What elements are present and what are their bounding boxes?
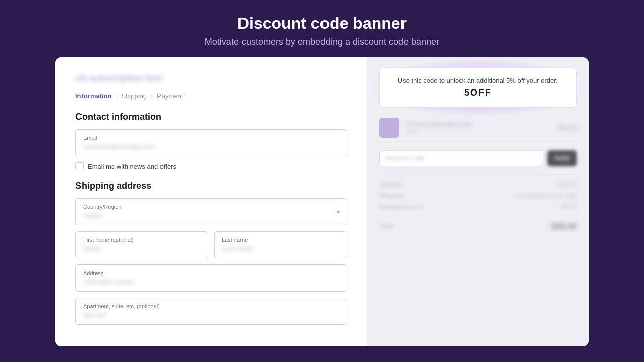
country-select-arrow: ▾ <box>337 208 340 215</box>
breadcrumb-payment[interactable]: Payment <box>157 92 183 100</box>
breadcrumb-chevron-1: › <box>116 93 118 100</box>
address-field-group: Address 1234 Main Street <box>75 264 347 292</box>
breadcrumb-information[interactable]: Information <box>75 92 112 100</box>
checkout-form-panel: cb-subscription-test Information › Shipp… <box>55 57 367 346</box>
breadcrumb-chevron-2: › <box>151 93 153 100</box>
order-item-name: Product subscription test <box>406 121 558 128</box>
apt-label: Apartment, suite, etc. (optional) <box>83 303 340 309</box>
subtotal-label: Subtotal <box>379 181 401 188</box>
country-select[interactable]: Country/Region United ▾ <box>75 198 347 225</box>
breadcrumb-shipping[interactable]: Shipping <box>122 92 147 100</box>
name-row: First name (optional) Name Last name Las… <box>75 231 347 258</box>
coupon-row: Discount code Apply <box>379 150 577 166</box>
apt-value: Apt 100 <box>83 311 106 319</box>
last-name-label: Last name <box>222 237 340 243</box>
tax-label: Estimated tax ⓘ <box>379 203 424 212</box>
tax-value: $0.00 <box>561 203 577 212</box>
discount-banner: Use this code to unlock an additional 5%… <box>379 67 577 108</box>
page-title: Discount code banner <box>205 14 439 33</box>
store-name: cb-subscription-test <box>75 73 347 84</box>
order-item-sub: Item <box>406 129 558 135</box>
country-label: Country/Region <box>83 204 337 210</box>
apt-field[interactable]: Apartment, suite, etc. (optional) Apt 10… <box>75 298 347 325</box>
email-label: Email <box>83 135 340 141</box>
discount-banner-text: Use this code to unlock an additional 5%… <box>390 77 566 84</box>
apt-field-group: Apartment, suite, etc. (optional) Apt 10… <box>75 298 347 325</box>
order-summary: Product subscription test Item $00.00 Di… <box>379 118 577 231</box>
email-field-group: Email customer@example.com <box>75 129 347 156</box>
shipping-value: Calculated at next step <box>515 192 577 199</box>
subtotal-line: Subtotal $00.00 <box>379 181 577 188</box>
coupon-apply-button[interactable]: Apply <box>547 150 577 166</box>
address-field[interactable]: Address 1234 Main Street <box>75 264 347 292</box>
main-container: cb-subscription-test Information › Shipp… <box>55 57 589 346</box>
summary-lines: Subtotal $00.00 Shipping Calculated at n… <box>379 174 577 212</box>
order-item-details: Product subscription test Item <box>406 121 558 135</box>
address-value: 1234 Main Street <box>83 278 133 286</box>
address-label: Address <box>83 270 340 276</box>
breadcrumb: Information › Shipping › Payment <box>75 92 347 100</box>
first-name-field[interactable]: First name (optional) Name <box>75 231 208 258</box>
page-subtitle: Motivate customers by embedding a discou… <box>205 37 439 47</box>
order-item-image <box>379 118 399 138</box>
order-item-price: $00.00 <box>558 124 577 131</box>
last-name-value: Last name <box>222 245 253 252</box>
contact-section-title: Contact information <box>75 112 347 122</box>
first-name-value: Name <box>83 245 101 252</box>
total-line: Total · $00.00 <box>379 217 577 231</box>
shipping-section-title: Shipping address <box>75 180 347 191</box>
newsletter-label: Email me with news and offers <box>88 163 176 170</box>
order-item: Product subscription test Item $00.00 <box>379 118 577 144</box>
newsletter-checkbox[interactable] <box>75 162 84 170</box>
shipping-label: Shipping <box>379 192 403 199</box>
coupon-label: Discount code <box>386 155 424 162</box>
tax-line: Estimated tax ⓘ $0.00 <box>379 203 577 212</box>
coupon-input[interactable]: Discount code <box>379 150 543 166</box>
last-name-field[interactable]: Last name Last name <box>214 231 347 258</box>
email-field[interactable]: Email customer@example.com <box>75 129 347 156</box>
country-value: United <box>83 212 102 219</box>
total-value: · $00.00 <box>547 222 577 231</box>
order-summary-panel: Use this code to unlock an additional 5%… <box>367 57 589 346</box>
total-label: Total <box>379 222 393 231</box>
discount-code: 5OFF <box>390 87 566 98</box>
shipping-line: Shipping Calculated at next step <box>379 192 577 199</box>
subtotal-value: $00.00 <box>558 181 577 188</box>
first-name-label: First name (optional) <box>83 237 201 243</box>
email-value: customer@example.com <box>83 143 155 150</box>
newsletter-row: Email me with news and offers <box>75 162 347 170</box>
page-header: Discount code banner Motivate customers … <box>195 0 449 57</box>
discount-banner-wrapper: Use this code to unlock an additional 5%… <box>379 67 577 108</box>
